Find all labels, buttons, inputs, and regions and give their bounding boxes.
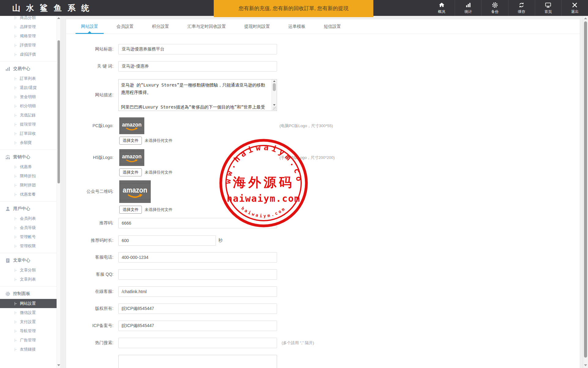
app-logo: 山 水 鲨 鱼 系 统 [12,0,91,16]
sidebar-item-label: 优惠券 [20,164,32,170]
sidebar-item[interactable]: 规格管理 [0,31,57,41]
sidebar-item[interactable]: 友情鏈接 [0,345,57,354]
sidebar-item[interactable]: 退款/退貨 [0,83,57,92]
sidebar-item-label: 余額寶 [20,140,32,145]
sidebar-item[interactable]: 訂單回收 [0,129,57,138]
sidebar-section-trade[interactable]: 交易中心 [0,64,57,74]
icp-input[interactable] [118,321,277,331]
bar-chart-icon [5,66,10,72]
qrcode-image: amazon [119,180,151,203]
nav-label: 缓存 [518,9,525,14]
sidebar-scrollbar-thumb[interactable] [57,40,60,183]
scroll-down-icon[interactable] [57,364,60,366]
scroll-up-icon[interactable] [57,17,60,19]
nav-label: 退出 [571,9,579,14]
sidebar-item[interactable]: 文章列表 [0,275,57,284]
choose-file-button[interactable]: 选择文件 [119,168,142,176]
sidebar-section-control-panel[interactable]: 控制面板 [0,289,57,299]
service-qq-input[interactable] [118,269,277,280]
sidebar-item[interactable]: 限时拼团 [0,181,57,190]
branch-icon [15,165,17,169]
sidebar-item[interactable]: 导航管理 [0,326,57,336]
no-file-text: 未选择任何文件 [145,170,172,175]
nav-overview[interactable]: 概况 [428,0,455,16]
sidebar-item[interactable]: 充值記錄 [0,111,57,120]
sidebar-item[interactable]: 商品分類 [0,16,57,22]
hot-search-input[interactable] [118,338,277,348]
active-tab-pointer [88,31,91,33]
branch-icon [15,77,17,80]
sidebar-item[interactable]: 网站設置 [0,299,57,308]
field-label: 网站标题: [66,46,113,52]
copyright-input[interactable] [118,304,277,314]
ref-code-input[interactable] [118,218,277,228]
branch-icon [15,123,17,126]
sidebar-item[interactable]: 提現管理 [0,120,57,129]
nav-backup[interactable]: 备份 [481,0,508,16]
tab[interactable]: 会员設置 [111,19,139,34]
sidebar-item[interactable]: 管理帐号 [0,232,57,241]
service-phone-input[interactable] [118,252,277,263]
sidebar-item-label: 会员列表 [20,216,36,221]
sidebar-item[interactable]: 余額寶 [0,138,57,147]
sidebar-item-label: 提現管理 [20,122,36,127]
tab[interactable]: 积分設置 [146,19,175,34]
tab[interactable]: 运单模板 [283,19,311,34]
scroll-down-icon[interactable] [584,364,587,366]
resize-grip-icon[interactable] [273,107,276,110]
scroll-up-icon[interactable] [584,17,587,19]
nav-stats[interactable]: 统计 [455,0,481,16]
page-scrollbar-thumb[interactable] [584,21,587,358]
ref-duration-input[interactable] [118,235,216,246]
sidebar-item[interactable]: 积分明细 [0,101,57,111]
branch-icon [15,105,17,108]
sidebar-item-label: 文章分類 [20,267,36,273]
sidebar-item[interactable]: 評價管理 [0,41,57,50]
sidebar-section-articles[interactable]: 文章中心 [0,255,57,266]
active-tab-underline [76,33,104,34]
form-row-pc-logo-file: 选择文件 未选择任何文件 [66,137,580,145]
sidebar-item[interactable]: 优惠套餐 [0,190,57,199]
sidebar-item[interactable]: 支付設置 [0,317,57,326]
nav-cache[interactable]: 缓存 [508,0,535,16]
nav-label: 概况 [438,9,445,14]
tab[interactable]: 汇率与定时回收設置 [182,19,231,34]
form-row-pc-logo: PC版Logo: amazon (电脑PC版Logo，尺寸300*55) [66,117,580,134]
trend-chart-icon [5,155,10,160]
tab-label: 提现时间設置 [244,24,270,29]
site-title-input[interactable] [118,44,277,54]
sidebar-item[interactable]: 优惠券 [0,162,57,171]
choose-file-button[interactable]: 选择文件 [119,206,142,214]
description-textarea[interactable]: 亚马逊 的“Luxury Stores”是一種移動購物體驗，只能通過亚马逊的移動… [119,79,277,111]
scroll-down-icon[interactable] [273,104,276,106]
tab[interactable]: 提现时间設置 [239,19,276,34]
sidebar-item[interactable]: 资金明细 [0,92,57,101]
nav-homepage[interactable]: 首頁 [535,0,561,16]
sidebar-section-marketing[interactable]: 营销中心 [0,152,57,162]
sidebar-section-users[interactable]: 用戶中心 [0,204,57,214]
sidebar-item[interactable]: 文章分類 [0,266,57,275]
scroll-up-icon[interactable] [273,80,276,82]
sidebar-item[interactable]: 管理权限 [0,241,57,251]
textarea-scrollbar-thumb[interactable] [273,83,276,91]
sidebar-item[interactable]: 虚拟評價 [0,50,57,59]
nav-label: 统计 [464,9,472,14]
choose-file-button[interactable]: 选择文件 [119,137,142,145]
sidebar-item[interactable]: 訂單列表 [0,74,57,83]
keywords-input[interactable] [118,61,277,72]
svg-text:amazon: amazon [122,153,142,160]
bottom-textarea[interactable] [118,355,277,368]
tab-label: 运单模板 [288,24,305,29]
branch-icon [15,86,17,90]
notification-banner[interactable]: 您有新的充值, 您有新的回收訂單, 您有新的提現 [214,0,373,17]
online-service-input[interactable] [118,286,277,297]
sidebar-item[interactable]: 会员等级 [0,223,57,232]
sidebar-item[interactable]: 限時折扣 [0,171,57,181]
sidebar-item[interactable]: 品牌管理 [0,22,57,31]
tab[interactable]: 网站設置 [76,19,104,34]
sidebar-item[interactable]: 会员列表 [0,214,57,223]
nav-logout[interactable]: 退出 [561,0,588,16]
sidebar-item[interactable]: 广告管理 [0,336,57,345]
tab[interactable]: 短信設置 [318,19,346,34]
sidebar-item[interactable]: 微信設置 [0,308,57,317]
